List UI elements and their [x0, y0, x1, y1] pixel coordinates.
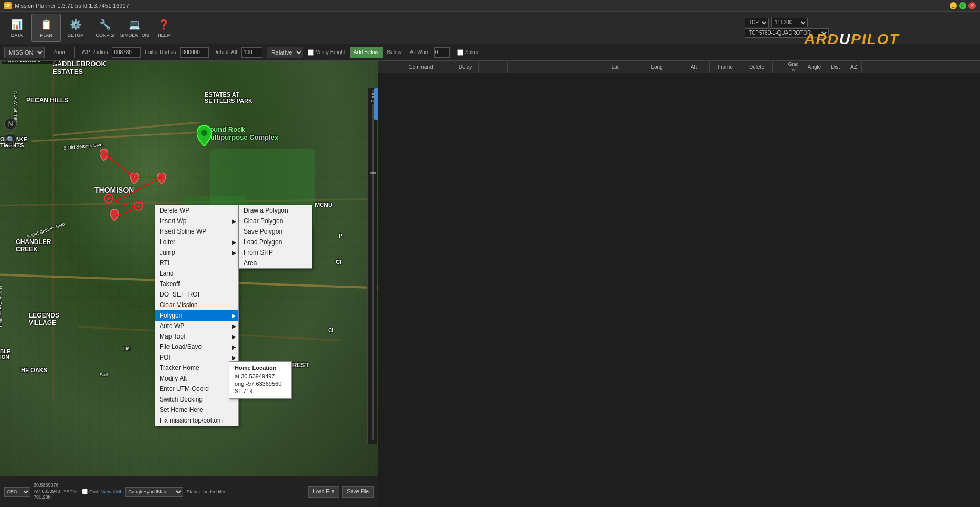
minimize-button[interactable]: _: [950, 2, 957, 9]
wp-radius-input[interactable]: [112, 47, 141, 58]
map-label-roundrock: Round RockMultipurpose Complex: [205, 125, 278, 141]
zoom-area[interactable]: Zoom: [367, 88, 377, 444]
ctx-save-polygon[interactable]: Save Polygon: [239, 226, 312, 237]
ctx-jump[interactable]: Jump ▶: [155, 247, 238, 258]
ctx-tracker-home[interactable]: Tracker Home ▶: [155, 363, 238, 373]
load-file-button[interactable]: Load File: [308, 486, 339, 498]
panel-drag-handle[interactable]: [374, 88, 378, 120]
map-zoom-circle-2[interactable]: 🔍: [4, 133, 17, 146]
map-label-pecan: PECAN HILLS: [26, 97, 68, 104]
ctx-loiter[interactable]: Loiter ▶: [155, 237, 238, 247]
ctx-area[interactable]: Area: [239, 258, 312, 268]
street-label-del: Del: [123, 346, 131, 351]
ctx-draw-polygon[interactable]: Draw a Polygon: [239, 205, 312, 216]
waypoint-4[interactable]: +: [104, 194, 113, 204]
close-button[interactable]: ✕: [968, 2, 976, 9]
loiter-radius-label: Loiter Radius: [145, 49, 176, 55]
mission-dropdown[interactable]: MISSION: [4, 47, 45, 58]
zoom-slider-thumb[interactable]: [370, 172, 376, 174]
ctx-from-shp[interactable]: From SHP: [239, 247, 312, 258]
main-toolbar: 📊 DATA 📋 PLAN ⚙️ SETUP 🔧 CONFIG 💻 SIMULA…: [0, 12, 980, 44]
view-kml-link[interactable]: View KML: [101, 489, 122, 494]
waypoint-6[interactable]: [110, 209, 119, 222]
svg-text:+: +: [133, 175, 135, 179]
grid-label: Grid: [89, 489, 98, 494]
col-header-long: Long: [636, 61, 678, 73]
ctx-land[interactable]: Land: [155, 268, 238, 279]
col-header-p4: [565, 61, 594, 73]
window-controls: _ □ ✕: [950, 2, 976, 9]
simulation-button[interactable]: 💻 SIMULATION: [120, 14, 149, 42]
ctx-map-tool[interactable]: Map Tool ▶: [155, 331, 238, 342]
connection-type-select[interactable]: TCP: [745, 18, 769, 27]
verify-height-checkbox[interactable]: [308, 49, 314, 56]
save-file-button[interactable]: Save File: [342, 486, 374, 498]
map-label-cf: CF: [336, 259, 343, 265]
data-icon: 📊: [9, 17, 24, 32]
col-header-delete: Delete: [741, 61, 773, 73]
coordinate-system-select[interactable]: GEO UTM: [4, 487, 30, 497]
below-label: Below: [387, 49, 401, 55]
waypoint-5[interactable]: +: [134, 202, 143, 212]
ctx-enter-utm[interactable]: Enter UTM Coord: [155, 384, 238, 394]
ctx-load-polygon[interactable]: Load Polygon: [239, 237, 312, 247]
ctx-auto-wp[interactable]: Auto WP ▶: [155, 321, 238, 331]
restore-button[interactable]: □: [959, 2, 966, 9]
street-label-oldsettlers: E Old Settlers Blvd: [63, 142, 103, 151]
map-label-chandler: CHANDLERCREEK: [16, 238, 51, 253]
simulation-icon: 💻: [127, 17, 142, 32]
ctx-takeoff[interactable]: Takeoff: [155, 279, 238, 289]
ctx-delete-wp[interactable]: Delete WP: [155, 205, 238, 216]
polygon-submenu: Draw a Polygon Clear Polygon Save Polygo…: [239, 205, 312, 269]
map-label-heoaks: HE OAKS: [21, 367, 47, 373]
ctx-rtl[interactable]: RTL: [155, 258, 238, 268]
more-options-dots[interactable]: ...: [229, 489, 234, 494]
col-header-delay: Delay: [452, 61, 479, 73]
col-header-command: Command: [389, 61, 452, 73]
default-alt-label: Default Alt: [213, 49, 237, 55]
ctx-insert-wp[interactable]: Insert Wp ▶: [155, 216, 238, 226]
col-header-p2: [508, 61, 536, 73]
data-button[interactable]: 📊 DATA: [2, 14, 31, 42]
ctx-modify-alt[interactable]: Modify Alt: [155, 373, 238, 384]
grid-checkbox[interactable]: [82, 489, 88, 494]
help-button[interactable]: ❓ HELP: [149, 14, 178, 42]
spline-checkbox[interactable]: [457, 49, 463, 56]
config-button[interactable]: 🔧 CONFIG: [90, 14, 120, 42]
srtm-label: SRTM: [64, 489, 77, 494]
ctx-do-set-roi[interactable]: DO_SET_ROI: [155, 289, 238, 300]
plan-button[interactable]: 📋 PLAN: [31, 14, 61, 42]
setup-label: SETUP: [68, 33, 83, 38]
wp-radius-label: WP Radius: [82, 49, 108, 55]
ctx-poi[interactable]: POI ▶: [155, 352, 238, 363]
ctx-file-load-save[interactable]: File Load/Save ▶: [155, 342, 238, 352]
coordinate-display: 30.5369076 -97.6330948 701.28ft: [34, 482, 60, 501]
ctx-clear-polygon[interactable]: Clear Polygon: [239, 216, 312, 226]
ctx-jump-arrow: ▶: [232, 250, 236, 256]
waypoint-3[interactable]: [157, 173, 166, 185]
data-label: DATA: [11, 33, 23, 38]
ctx-fix-mission[interactable]: Fix mission top/bottom: [155, 415, 238, 426]
alt-warn-input[interactable]: [434, 47, 450, 58]
ctx-clear-mission[interactable]: Clear Mission: [155, 300, 238, 310]
config-label: CONFIG: [96, 33, 114, 38]
altitude-mode-select[interactable]: Relative: [267, 47, 303, 58]
plan-icon: 📋: [39, 17, 54, 32]
waypoint-1[interactable]: [100, 149, 108, 162]
waypoint-2[interactable]: +: [130, 173, 139, 185]
street-label-grimes2: N.A.W. Grimes Blvd: [0, 286, 3, 328]
setup-button[interactable]: ⚙️ SETUP: [61, 14, 90, 42]
ctx-set-home-here[interactable]: Set Home Here: [155, 405, 238, 415]
default-alt-input[interactable]: [241, 47, 262, 58]
loiter-radius-input[interactable]: [180, 47, 209, 58]
ctx-switch-docking[interactable]: Switch Docking: [155, 394, 238, 405]
map-zoom-circle-1[interactable]: N: [4, 118, 17, 130]
add-below-button[interactable]: Add Below: [350, 47, 383, 58]
ctx-polygon[interactable]: Polygon ▶: [155, 310, 238, 321]
svg-text:+: +: [137, 204, 140, 209]
ctx-insert-spline-wp[interactable]: Insert Spline WP: [155, 226, 238, 237]
plan-label: PLAN: [40, 33, 52, 38]
context-menu: Delete WP Insert Wp ▶ Insert Spline WP L…: [155, 205, 239, 426]
map-label-ble: BLEION: [0, 348, 10, 360]
map-type-select[interactable]: GoogleHybridMap GoogleSatelliteMap Googl…: [125, 487, 183, 497]
